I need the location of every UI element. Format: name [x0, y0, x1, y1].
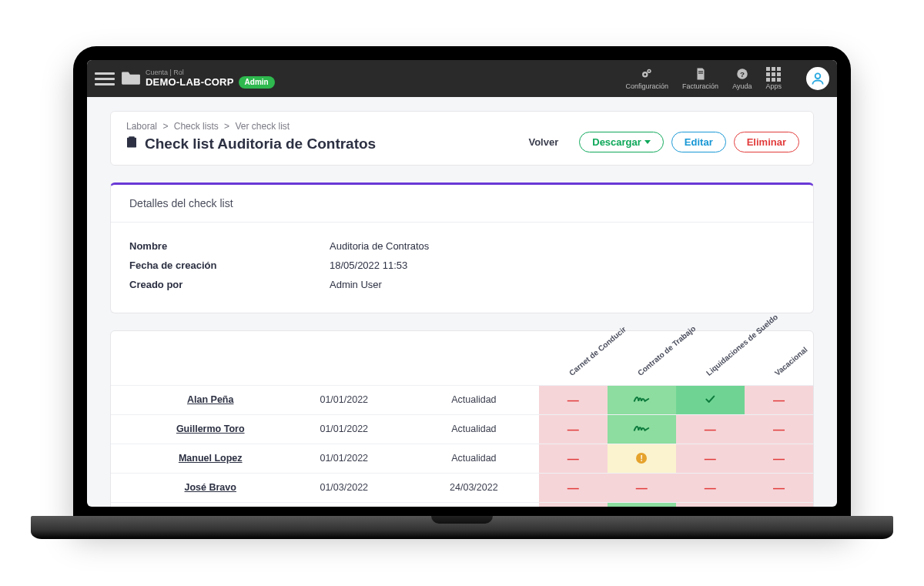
- clipboard-icon: [125, 135, 139, 152]
- person-link[interactable]: José Bravo: [185, 482, 236, 493]
- status-cell[interactable]: —: [539, 502, 608, 507]
- role-badge: Admin: [239, 76, 275, 89]
- svg-point-3: [648, 70, 650, 72]
- title-card: Laboral > Check lists > Ver check list C…: [110, 111, 814, 166]
- nav-help-label: Ayuda: [732, 82, 752, 90]
- download-button[interactable]: Descargar: [579, 132, 664, 152]
- col-contrato: Contrato de Trabajo: [608, 331, 676, 385]
- detail-by-label: Creado por: [129, 279, 330, 290]
- col-carnet: Carnet de Conducir: [539, 331, 608, 385]
- status-cell[interactable]: [608, 414, 676, 444]
- person-link[interactable]: Manuel Lopez: [179, 453, 243, 464]
- page-title-text: Check list Auditoria de Contratos: [145, 136, 376, 152]
- grid-card: Carnet de Conducir Contrato de Trabajo L…: [110, 330, 814, 507]
- nav-config[interactable]: Configuración: [626, 67, 669, 90]
- col-liquidaciones: Liquidaciones de Sueldo: [676, 331, 745, 385]
- table-row: Alan Peña01/01/2022Actualidad——: [111, 385, 813, 414]
- table-row: José Bravo01/03/202224/03/2022————: [111, 473, 813, 502]
- person-link[interactable]: Guillermo Toro: [176, 424, 245, 434]
- menu-icon[interactable]: [95, 72, 115, 85]
- app-header: Cuenta | Rol DEMO-LAB-CORP Admin Configu…: [87, 60, 837, 97]
- status-cell[interactable]: [676, 385, 745, 414]
- status-cell[interactable]: !: [608, 444, 676, 473]
- status-cell[interactable]: —: [539, 385, 608, 414]
- status-cell[interactable]: —: [745, 502, 813, 507]
- svg-text:?: ?: [740, 70, 745, 79]
- signature-icon: [633, 423, 650, 436]
- missing-icon: —: [567, 423, 579, 436]
- delete-button[interactable]: Eliminar: [734, 132, 799, 152]
- status-cell[interactable]: —: [676, 414, 745, 444]
- missing-icon: —: [567, 452, 579, 465]
- edit-button[interactable]: Editar: [671, 132, 726, 152]
- status-cell[interactable]: [608, 385, 676, 414]
- status-cell[interactable]: —: [745, 473, 813, 502]
- start-date: 01/03/2022: [279, 473, 409, 502]
- end-date: Actualidad: [409, 444, 539, 473]
- missing-icon: —: [567, 481, 579, 494]
- start-date: 01/03/2022: [279, 502, 409, 507]
- missing-icon: —: [773, 423, 785, 436]
- status-cell[interactable]: —: [539, 444, 608, 473]
- account-name: DEMO-LAB-CORP: [146, 77, 234, 89]
- details-header: Detalles del check list: [111, 185, 813, 223]
- title-actions: Volver Descargar Editar Eliminar: [515, 132, 799, 152]
- header-actions: Configuración Facturación ? Ayuda Apps: [626, 67, 829, 90]
- missing-icon: —: [773, 452, 785, 465]
- person-link[interactable]: Alan Peña: [187, 394, 233, 405]
- account-block: Cuenta | Rol DEMO-LAB-CORP Admin: [146, 69, 275, 89]
- status-cell[interactable]: —: [676, 502, 745, 507]
- status-cell[interactable]: —: [608, 473, 676, 502]
- start-date: 01/01/2022: [279, 385, 409, 414]
- nav-apps-label: Apps: [765, 82, 782, 90]
- svg-point-8: [815, 73, 821, 79]
- status-cell[interactable]: —: [745, 444, 813, 473]
- details-card: Detalles del check list NombreAuditoria …: [110, 182, 814, 313]
- end-date: Actualidad: [409, 414, 539, 444]
- detail-created-label: Fecha de creación: [129, 260, 330, 271]
- crumb-3: Ver check list: [235, 121, 290, 132]
- missing-icon: —: [636, 481, 648, 494]
- crumb-1[interactable]: Laboral: [126, 121, 157, 132]
- gear-icon: [640, 67, 654, 81]
- table-row: María Soto01/03/202224/03/2022———: [111, 502, 813, 507]
- document-icon: [694, 67, 708, 81]
- status-cell[interactable]: —: [745, 385, 813, 414]
- status-cell[interactable]: —: [676, 444, 745, 473]
- end-date: 24/03/2022: [409, 502, 539, 507]
- folder-icon: [121, 69, 141, 88]
- back-button[interactable]: Volver: [515, 132, 571, 152]
- checklist-table: Carnet de Conducir Contrato de Trabajo L…: [111, 331, 813, 507]
- signature-icon: [633, 393, 650, 407]
- svg-rect-5: [698, 73, 703, 74]
- status-cell[interactable]: [608, 502, 676, 507]
- missing-icon: —: [773, 393, 785, 407]
- chevron-down-icon: [644, 140, 651, 144]
- start-date: 01/01/2022: [279, 414, 409, 444]
- nav-help[interactable]: ? Ayuda: [732, 67, 752, 90]
- end-date: Actualidad: [409, 385, 539, 414]
- crumb-2[interactable]: Check lists: [174, 121, 219, 132]
- warning-icon: !: [636, 453, 647, 464]
- svg-rect-4: [698, 71, 703, 72]
- detail-name-value: Auditoria de Contratos: [330, 240, 795, 252]
- missing-icon: —: [773, 481, 785, 494]
- detail-by-value: Admin User: [330, 279, 795, 290]
- page-title: Check list Auditoria de Contratos: [125, 135, 515, 152]
- col-vacacional: Vacacional: [745, 331, 813, 385]
- status-cell[interactable]: —: [539, 473, 608, 502]
- status-cell[interactable]: —: [676, 473, 745, 502]
- status-cell[interactable]: —: [539, 414, 608, 444]
- missing-icon: —: [705, 481, 716, 494]
- nav-billing[interactable]: Facturación: [682, 67, 718, 90]
- nav-config-label: Configuración: [626, 82, 669, 90]
- breadcrumb: Laboral > Check lists > Ver check list: [125, 121, 515, 132]
- svg-point-1: [644, 73, 647, 75]
- table-row: Guillermo Toro01/01/2022Actualidad———: [111, 414, 813, 444]
- status-cell[interactable]: —: [745, 414, 813, 444]
- nav-apps[interactable]: Apps: [765, 67, 782, 90]
- laptop-frame: Cuenta | Rol DEMO-LAB-CORP Admin Configu…: [73, 46, 851, 524]
- check-icon: [704, 397, 716, 407]
- detail-name-label: Nombre: [129, 240, 330, 252]
- avatar[interactable]: [806, 67, 829, 90]
